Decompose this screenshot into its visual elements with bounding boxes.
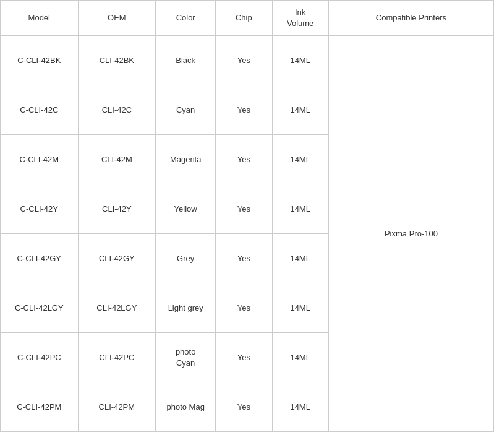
cell-chip: Yes (216, 85, 272, 135)
cell-chip: Yes (216, 382, 272, 432)
cell-ink-volume: 14ML (272, 234, 328, 283)
cell-model: C-CLI-42C (1, 85, 79, 135)
cell-oem: CLI-42C (78, 85, 156, 135)
product-table: Model OEM Color Chip InkVolume Compatibl… (0, 0, 494, 432)
table-row: C-CLI-42BKCLI-42BKBlackYes14MLPixma Pro-… (1, 36, 494, 85)
header-oem: OEM (78, 1, 156, 36)
cell-color: Cyan (156, 85, 216, 135)
cell-chip: Yes (216, 333, 272, 382)
cell-color: Black (156, 36, 216, 85)
header-color: Color (156, 1, 216, 36)
cell-color: photoCyan (156, 333, 216, 382)
cell-oem: CLI-42LGY (78, 283, 156, 333)
cell-color: Light grey (156, 283, 216, 333)
cell-color: Magenta (156, 135, 216, 184)
cell-ink-volume: 14ML (272, 283, 328, 333)
cell-oem: CLI-42PM (78, 382, 156, 432)
cell-model: C-CLI-42BK (1, 36, 79, 85)
cell-chip: Yes (216, 36, 272, 85)
cell-oem: CLI-42PC (78, 333, 156, 382)
header-model: Model (1, 1, 79, 36)
header-ink: InkVolume (272, 1, 328, 36)
cell-ink-volume: 14ML (272, 36, 328, 85)
cell-model: C-CLI-42LGY (1, 283, 79, 333)
cell-compatible-printers: Pixma Pro-100 (328, 36, 493, 432)
cell-ink-volume: 14ML (272, 382, 328, 432)
cell-ink-volume: 14ML (272, 333, 328, 382)
cell-chip: Yes (216, 283, 272, 333)
header-compatible: Compatible Printers (328, 1, 493, 36)
cell-chip: Yes (216, 234, 272, 283)
cell-color: Yellow (156, 184, 216, 234)
cell-oem: CLI-42M (78, 135, 156, 184)
cell-ink-volume: 14ML (272, 135, 328, 184)
cell-ink-volume: 14ML (272, 184, 328, 234)
cell-model: C-CLI-42M (1, 135, 79, 184)
cell-oem: CLI-42GY (78, 234, 156, 283)
cell-model: C-CLI-42PC (1, 333, 79, 382)
cell-oem: CLI-42Y (78, 184, 156, 234)
cell-oem: CLI-42BK (78, 36, 156, 85)
cell-ink-volume: 14ML (272, 85, 328, 135)
cell-color: photo Mag (156, 382, 216, 432)
cell-color: Grey (156, 234, 216, 283)
cell-chip: Yes (216, 184, 272, 234)
cell-model: C-CLI-42PM (1, 382, 79, 432)
cell-model: C-CLI-42GY (1, 234, 79, 283)
header-chip: Chip (216, 1, 272, 36)
cell-chip: Yes (216, 135, 272, 184)
cell-model: C-CLI-42Y (1, 184, 79, 234)
